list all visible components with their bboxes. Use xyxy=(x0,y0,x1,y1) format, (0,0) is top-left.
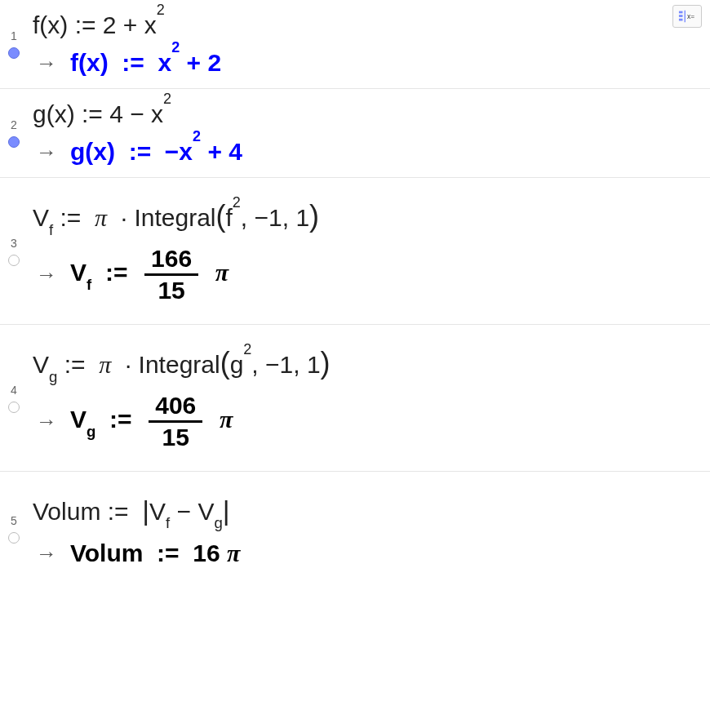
row-content[interactable]: Vf := π · Integral(f2, −1, 1) → Vf := 16… xyxy=(28,178,710,324)
cas-row[interactable]: 1 f(x) := 2 + x2 → f(x) := x2 + 2 xyxy=(0,0,710,89)
input-expression[interactable]: f(x) := 2 + x2 xyxy=(33,11,702,39)
output-text: Vg := 406 15 π xyxy=(70,393,233,450)
row-content[interactable]: g(x) := 4 − x2 → g(x) := −x2 + 4 xyxy=(28,89,710,177)
fraction-numerator: 166 xyxy=(144,246,198,276)
visibility-dot-icon[interactable] xyxy=(8,402,20,413)
row-number: 1 xyxy=(11,29,17,42)
output-text: Volum := 16 π xyxy=(70,539,240,567)
output-expression: → Vf := 166 15 π xyxy=(33,246,702,303)
input-expression[interactable]: Volum := |Vf − Vg| xyxy=(33,495,702,530)
fraction: 166 15 xyxy=(144,246,198,303)
svg-rect-1 xyxy=(679,15,683,17)
svg-rect-0 xyxy=(679,11,683,14)
row-number: 3 xyxy=(11,237,17,250)
output-text: g(x) := −x2 + 4 xyxy=(70,138,242,166)
input-expression[interactable]: Vg := π · Integral(g2, −1, 1) xyxy=(33,346,702,383)
cas-row[interactable]: 4 Vg := π · Integral(g2, −1, 1) → Vg := … xyxy=(0,325,710,472)
row-number: 5 xyxy=(11,514,17,527)
fraction-denominator: 15 xyxy=(151,276,191,304)
output-text: f(x) := x2 + 2 xyxy=(70,49,221,77)
row-content[interactable]: f(x) := 2 + x2 → f(x) := x2 + 2 xyxy=(28,0,710,88)
svg-text:x=: x= xyxy=(687,13,694,20)
fraction-numerator: 406 xyxy=(149,393,202,423)
arrow-icon: → xyxy=(36,264,57,285)
row-gutter: 1 xyxy=(0,0,28,88)
visibility-dot-icon[interactable] xyxy=(8,532,20,544)
input-expression[interactable]: g(x) := 4 − x2 xyxy=(33,100,702,128)
cas-rows: 1 f(x) := 2 + x2 → f(x) := x2 + 2 2 g(x)… xyxy=(0,0,710,586)
row-gutter: 5 xyxy=(0,472,28,586)
output-text: Vf := 166 15 π xyxy=(70,246,229,303)
row-number: 4 xyxy=(11,384,17,397)
output-expression: → Volum := 16 π xyxy=(33,539,702,567)
row-content[interactable]: Vg := π · Integral(g2, −1, 1) → Vg := 40… xyxy=(28,325,710,471)
row-gutter: 2 xyxy=(0,89,28,177)
row-gutter: 3 xyxy=(0,178,28,324)
fraction: 406 15 xyxy=(149,393,202,450)
visibility-dot-icon[interactable] xyxy=(8,136,20,148)
svg-rect-2 xyxy=(679,19,683,21)
visibility-dot-icon[interactable] xyxy=(8,255,20,266)
visibility-dot-icon[interactable] xyxy=(8,47,20,59)
cas-row[interactable]: 5 Volum := |Vf − Vg| → Volum := 16 π xyxy=(0,472,710,586)
output-expression: → Vg := 406 15 π xyxy=(33,393,702,450)
arrow-icon: → xyxy=(36,543,57,564)
output-expression: → f(x) := x2 + 2 xyxy=(33,49,702,77)
arrow-icon: → xyxy=(36,411,57,432)
row-content[interactable]: Volum := |Vf − Vg| → Volum := 16 π xyxy=(28,472,710,586)
fraction-denominator: 15 xyxy=(156,423,196,451)
row-number: 2 xyxy=(11,118,17,131)
output-expression: → g(x) := −x2 + 4 xyxy=(33,138,702,166)
substitute-icon: x= xyxy=(678,9,696,24)
arrow-icon: → xyxy=(36,52,57,73)
arrow-icon: → xyxy=(36,141,57,162)
input-expression[interactable]: Vf := π · Integral(f2, −1, 1) xyxy=(33,199,702,236)
row-gutter: 4 xyxy=(0,325,28,471)
substitute-button[interactable]: x= xyxy=(672,5,702,28)
cas-row[interactable]: 2 g(x) := 4 − x2 → g(x) := −x2 + 4 xyxy=(0,89,710,178)
cas-row[interactable]: 3 Vf := π · Integral(f2, −1, 1) → Vf := … xyxy=(0,178,710,325)
